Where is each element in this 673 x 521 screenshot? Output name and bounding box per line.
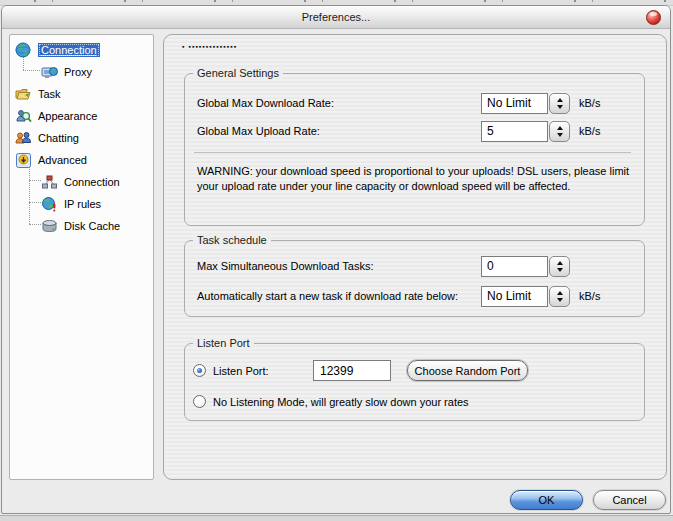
sidebar-item-advanced[interactable]: Advanced — [15, 150, 87, 170]
sidebar-item-chatting[interactable]: Chatting — [15, 128, 79, 148]
sidebar-item-label: Appearance — [38, 110, 97, 122]
chatting-people-icon — [15, 130, 32, 147]
group-title: Listen Port — [193, 337, 254, 350]
spin-up-icon[interactable] — [557, 291, 563, 295]
tree-line — [29, 180, 41, 181]
upload-rate-input[interactable] — [481, 121, 548, 142]
sidebar-item-label: Connection — [38, 43, 100, 57]
spin-down-icon[interactable] — [557, 133, 563, 137]
preferences-dialog: Preferences... Connection — [1, 5, 671, 514]
download-rate-spinner[interactable] — [549, 93, 570, 114]
sidebar-item-ip-rules[interactable]: IP rules — [41, 194, 101, 214]
spin-down-icon[interactable] — [557, 298, 563, 302]
auto-start-rate-input[interactable] — [481, 286, 548, 307]
task-schedule-group: Task schedule Max Simultaneous Download … — [184, 240, 645, 317]
unit-label: kB/s — [579, 125, 600, 137]
choose-random-port-button[interactable]: Choose Random Port — [407, 360, 528, 381]
advanced-download-icon — [15, 152, 32, 169]
sidebar-item-label: Chatting — [38, 132, 79, 144]
sidebar-item-disk-cache[interactable]: Disk Cache — [41, 216, 120, 236]
sidebar-item-task[interactable]: Task — [15, 84, 61, 104]
max-tasks-spinner[interactable] — [549, 256, 570, 277]
window-title: Preferences... — [302, 11, 370, 23]
download-rate-label: Global Max Download Rate: — [197, 92, 334, 114]
network-nodes-icon — [41, 174, 58, 191]
proxy-monitor-icon — [41, 64, 58, 81]
settings-tree: Connection Proxy Task — [9, 34, 154, 480]
spin-up-icon[interactable] — [557, 126, 563, 130]
dotted-header-text: ▪ ▪▪▪▪▪▪▪▪▪▪▪▪▪▪ — [182, 43, 237, 51]
listen-port-radio[interactable] — [193, 364, 206, 377]
cancel-button[interactable]: Cancel — [593, 490, 666, 510]
settings-panel: ▪ ▪▪▪▪▪▪▪▪▪▪▪▪▪▪ General Settings Global… — [163, 34, 667, 480]
group-title: General Settings — [193, 67, 283, 80]
max-tasks-input[interactable] — [481, 256, 548, 277]
disk-cache-icon — [41, 218, 58, 235]
no-listening-radio-label: No Listening Mode, will greatly slow dow… — [213, 391, 469, 413]
sidebar-item-connection[interactable]: Connection — [15, 40, 100, 60]
unit-label: kB/s — [579, 97, 600, 109]
sidebar-item-label: IP rules — [64, 198, 101, 210]
listen-port-group: Listen Port Listen Port: Choose Random P… — [184, 343, 645, 421]
sidebar-item-appearance[interactable]: Appearance — [15, 106, 97, 126]
listen-port-radio-label: Listen Port: — [213, 360, 269, 382]
listen-port-input[interactable] — [313, 360, 391, 381]
close-icon[interactable] — [646, 10, 661, 25]
spin-down-icon[interactable] — [557, 268, 563, 272]
download-rate-input[interactable] — [481, 93, 548, 114]
divider — [194, 152, 631, 153]
upload-rate-label: Global Max Upload Rate: — [197, 120, 320, 142]
sidebar-item-proxy[interactable]: Proxy — [41, 62, 92, 82]
spin-up-icon[interactable] — [557, 261, 563, 265]
tree-line — [29, 224, 41, 225]
general-settings-group: General Settings Global Max Download Rat… — [184, 73, 645, 226]
background-app-bottom-strip — [0, 515, 673, 521]
tree-line — [29, 202, 41, 203]
spin-up-icon[interactable] — [557, 98, 563, 102]
sidebar-item-advanced-connection[interactable]: Connection — [41, 172, 120, 192]
sidebar-item-label: Task — [38, 88, 61, 100]
globe-alert-icon — [41, 196, 58, 213]
sidebar-item-label: Advanced — [38, 154, 87, 166]
globe-network-icon — [15, 42, 32, 59]
title-bar[interactable]: Preferences... — [2, 6, 670, 29]
sidebar-item-label: Disk Cache — [64, 220, 120, 232]
folder-task-icon — [15, 86, 32, 103]
sidebar-item-label: Proxy — [64, 66, 92, 78]
auto-start-label: Automatically start a new task if downlo… — [197, 285, 458, 307]
upload-rate-spinner[interactable] — [549, 121, 570, 142]
spin-down-icon[interactable] — [557, 105, 563, 109]
group-title: Task schedule — [193, 234, 271, 247]
appearance-magnifier-icon — [15, 108, 32, 125]
no-listening-radio[interactable] — [193, 395, 206, 408]
warning-text: WARNING: your download speed is proporti… — [197, 164, 649, 194]
ok-button[interactable]: OK — [510, 490, 583, 510]
unit-label: kB/s — [579, 290, 600, 302]
sidebar-item-label: Connection — [64, 176, 120, 188]
auto-start-rate-spinner[interactable] — [549, 286, 570, 307]
tree-line — [23, 70, 40, 71]
tree-line — [29, 166, 30, 224]
max-tasks-label: Max Simultaneous Download Tasks: — [197, 255, 374, 277]
